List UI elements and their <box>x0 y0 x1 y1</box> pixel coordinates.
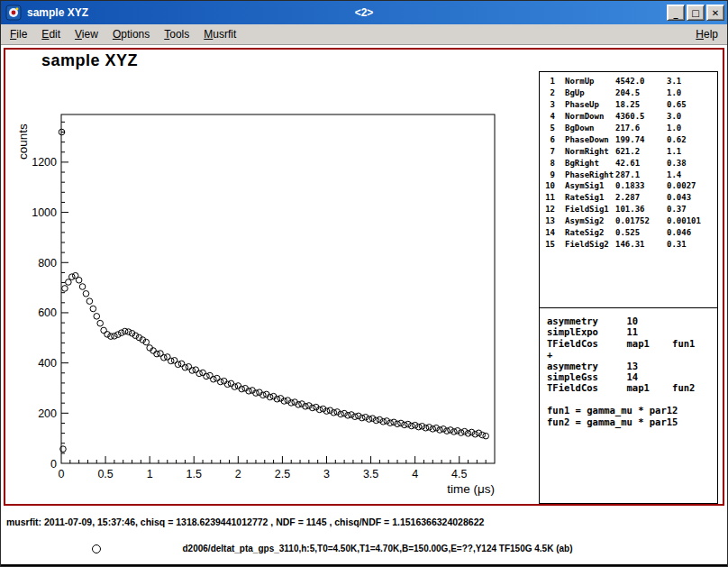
theory-box[interactable]: asymmetry 10 simplExpo 11 TFieldCos map1… <box>539 307 718 504</box>
stat-num: 1 <box>540 77 555 86</box>
stat-num: 15 <box>540 240 555 249</box>
stat-num: 12 <box>540 205 555 214</box>
stat-val: 287.1 <box>615 170 667 179</box>
stat-num: 14 <box>540 228 555 237</box>
theory-text: asymmetry 10 simplExpo 11 TFieldCos map1… <box>540 308 717 427</box>
stat-name: FieldSig1 <box>555 205 615 214</box>
svg-text:0: 0 <box>50 458 57 471</box>
stat-err: 1.4 <box>667 170 717 179</box>
close-button[interactable]: ✕ <box>706 5 724 21</box>
stat-val: 199.74 <box>615 135 667 144</box>
stat-err: 0.31 <box>667 240 717 249</box>
svg-text:time (μs): time (μs) <box>447 482 495 496</box>
legend-text: d2006/deltat_pta_gps_3110,h:5,T0=4.50K,T… <box>1 534 727 564</box>
menu-item-view[interactable]: View <box>68 25 105 43</box>
stat-row: 9PhaseRight287.11.4 <box>540 169 717 180</box>
fit-info-text: musrfit: 2011-07-09, 15:37:46, chisq = 1… <box>6 517 484 527</box>
stat-row: 15FieldSig2146.310.31 <box>540 238 717 250</box>
svg-text:0.5: 0.5 <box>97 468 113 480</box>
stat-name: AsymSig2 <box>555 216 615 225</box>
menu-item-options[interactable]: Options <box>105 25 157 43</box>
stat-err: 0.38 <box>667 159 717 168</box>
svg-text:3.5: 3.5 <box>363 468 378 480</box>
menu-items: FileEditViewOptionsToolsMusrfit <box>3 25 243 43</box>
stat-row: 4NormDown4360.53.0 <box>540 111 717 123</box>
stat-name: FieldSig2 <box>555 240 615 249</box>
stat-num: 9 <box>540 170 555 179</box>
window-instance-label: <2> <box>355 6 374 19</box>
stat-err: 1.0 <box>667 123 717 133</box>
stat-val: 101.36 <box>615 205 667 214</box>
menu-item-edit[interactable]: Edit <box>34 25 68 43</box>
stat-row: 1NormUp4542.03.1 <box>540 76 717 87</box>
stat-val: 621.2 <box>615 147 667 156</box>
window-title: sample XYZ <box>27 6 88 19</box>
stat-row: 8BgRight42.610.38 <box>540 157 717 169</box>
stat-val: 146.31 <box>615 240 667 249</box>
stat-name: RateSig1 <box>555 193 615 202</box>
svg-text:4: 4 <box>412 468 418 480</box>
root-canvas[interactable]: sample XYZ 00.511.522.533.544.5020040060… <box>1 45 727 566</box>
svg-text:800: 800 <box>38 257 57 270</box>
stat-err: 3.0 <box>667 112 717 121</box>
stat-row: 13AsymSig20.017520.00101 <box>540 215 717 227</box>
stat-val: 204.5 <box>615 88 667 97</box>
stat-name: PhaseUp <box>555 100 615 109</box>
app-window: sample XYZ <2> _□✕ FileEditViewOptionsTo… <box>0 0 728 567</box>
stat-row: 7NormRight621.21.1 <box>540 145 717 157</box>
stat-name: BgDown <box>555 123 615 133</box>
stat-num: 5 <box>540 123 555 133</box>
stat-val: 217.6 <box>615 123 667 133</box>
window-controls: _□✕ <box>667 5 724 21</box>
stat-err: 0.00101 <box>667 216 717 225</box>
stat-name: PhaseRight <box>555 170 615 179</box>
stat-val: 4542.0 <box>615 77 667 86</box>
svg-text:1.5: 1.5 <box>187 468 202 480</box>
stat-num: 4 <box>540 112 555 121</box>
stat-name: BgRight <box>555 159 615 168</box>
svg-text:1: 1 <box>147 468 153 480</box>
svg-text:counts: counts <box>16 123 30 160</box>
stat-row: 5BgDown217.61.0 <box>540 123 717 134</box>
stat-name: PhaseDown <box>555 135 615 144</box>
stat-row: 10AsymSig10.18330.0027 <box>540 180 717 192</box>
svg-text:2: 2 <box>235 468 241 480</box>
fit-parameters-box[interactable]: 1NormUp4542.03.12BgUp204.51.03PhaseUp18.… <box>539 71 718 309</box>
stat-num: 13 <box>540 216 555 225</box>
stat-val: 18.25 <box>615 100 667 109</box>
stat-row: 11RateSig12.2870.043 <box>540 192 717 204</box>
stat-name: RateSig2 <box>555 228 615 237</box>
menu-item-musrfit[interactable]: Musrfit <box>196 25 243 43</box>
stat-err: 1.1 <box>667 147 717 156</box>
muon-decay-plot[interactable]: 00.511.522.533.544.502004006008001000120… <box>5 50 537 500</box>
stat-num: 11 <box>540 193 555 202</box>
minimize-button[interactable]: _ <box>667 5 685 21</box>
stat-val: 42.61 <box>615 159 667 168</box>
stat-err: 0.37 <box>667 205 717 214</box>
menu-item-help[interactable]: Help <box>688 25 725 43</box>
svg-text:200: 200 <box>38 407 57 420</box>
stat-err: 0.65 <box>667 100 717 109</box>
stat-err: 0.0027 <box>667 181 717 190</box>
maximize-button[interactable]: □ <box>687 5 705 21</box>
menu-item-tools[interactable]: Tools <box>157 25 196 43</box>
svg-text:600: 600 <box>38 306 57 319</box>
stat-name: NormUp <box>555 77 615 86</box>
legend-pad[interactable]: d2006/deltat_pta_gps_3110,h:5,T0=4.50K,T… <box>1 534 727 566</box>
svg-text:1200: 1200 <box>32 156 57 169</box>
stat-num: 10 <box>540 181 555 190</box>
stat-val: 0.525 <box>615 228 667 237</box>
svg-text:3: 3 <box>323 468 330 480</box>
svg-text:400: 400 <box>38 357 57 370</box>
stat-num: 8 <box>540 159 555 168</box>
menu-item-file[interactable]: File <box>3 25 34 43</box>
stat-err: 0.046 <box>667 228 717 237</box>
stat-err: 0.62 <box>667 135 717 144</box>
main-pad[interactable]: sample XYZ 00.511.522.533.544.5020040060… <box>4 48 724 506</box>
stat-num: 2 <box>540 88 555 97</box>
titlebar[interactable]: sample XYZ <2> _□✕ <box>1 1 727 24</box>
stat-err: 3.1 <box>667 77 717 86</box>
menubar: FileEditViewOptionsToolsMusrfit Help <box>1 24 727 45</box>
stat-name: BgUp <box>555 88 615 97</box>
stat-err: 1.0 <box>667 88 717 97</box>
